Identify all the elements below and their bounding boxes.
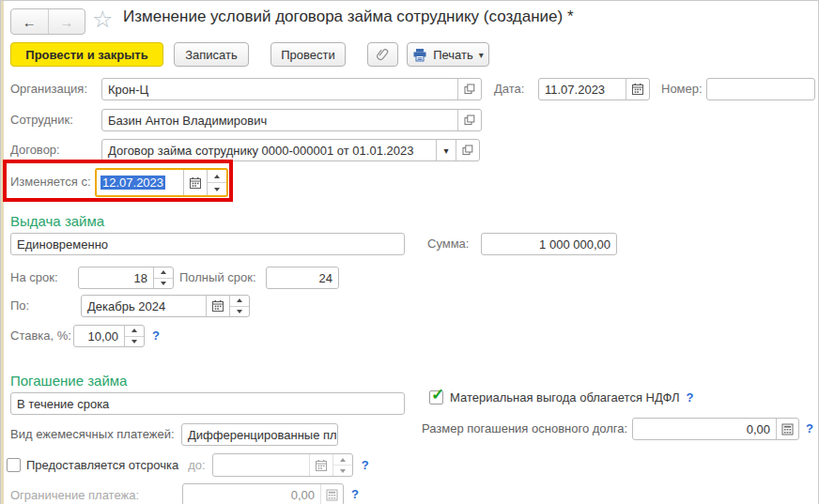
- date-label: Дата:: [494, 78, 524, 100]
- until-field[interactable]: Декабрь 2024: [81, 295, 250, 317]
- full-term-value: 24: [267, 267, 338, 288]
- principal-calculator-button[interactable]: [776, 419, 798, 439]
- calculator-icon: [326, 489, 338, 501]
- calendar-icon: [631, 83, 644, 96]
- attachments-button[interactable]: [367, 42, 398, 67]
- spin-down-icon: [131, 340, 137, 344]
- repayment-method-value: В течение срока: [11, 393, 404, 414]
- until-spinner[interactable]: [229, 296, 249, 316]
- rate-field[interactable]: 10,00: [73, 325, 145, 347]
- term-field[interactable]: 18: [78, 267, 174, 289]
- date-calendar-button[interactable]: [626, 79, 649, 99]
- term-label: На срок:: [10, 267, 58, 289]
- spin-up-icon: [131, 328, 137, 332]
- deferral-label[interactable]: Предоставляется отсрочка: [26, 458, 178, 472]
- principal-value: 0,00: [633, 419, 776, 439]
- payment-limit-calculator-button[interactable]: [320, 484, 343, 504]
- employee-open-button[interactable]: [457, 110, 481, 130]
- payment-limit-help-link[interactable]: ?: [351, 483, 359, 504]
- favorite-star-button[interactable]: ☆: [92, 5, 113, 33]
- calendar-icon: [189, 176, 202, 190]
- change-from-calendar-button[interactable]: [183, 170, 207, 195]
- spin-up-icon: [340, 458, 346, 462]
- material-benefit-checkbox[interactable]: ✓: [429, 390, 443, 405]
- until-label: По:: [10, 295, 29, 317]
- rate-spinner[interactable]: [124, 326, 144, 346]
- org-open-button[interactable]: [457, 79, 481, 99]
- monthly-kind-label: Вид ежемесячных платежей:: [10, 423, 175, 446]
- date-field[interactable]: 11.07.2023: [538, 78, 650, 100]
- until-calendar-button[interactable]: [206, 296, 229, 316]
- until-value: Декабрь 2024: [82, 296, 206, 316]
- change-from-value: 12.07.2023: [97, 170, 183, 195]
- change-from-spinner[interactable]: [207, 170, 226, 195]
- principal-help-link[interactable]: ?: [806, 418, 813, 440]
- spin-up-icon: [161, 270, 166, 274]
- deferral-checkbox[interactable]: [7, 458, 21, 472]
- payment-limit-field[interactable]: 0,00: [182, 483, 344, 504]
- number-field[interactable]: [706, 78, 815, 100]
- contract-dropdown-button[interactable]: ▾: [436, 140, 456, 160]
- monthly-kind-field[interactable]: Дифференцированные пл: [181, 423, 338, 446]
- spin-down-icon: [237, 310, 242, 313]
- contract-field[interactable]: Договор займа сотруднику 0000-000001 от …: [101, 139, 480, 161]
- contract-value: Договор займа сотруднику 0000-000001 от …: [102, 140, 436, 160]
- save-button[interactable]: Записать: [174, 42, 249, 67]
- nav-history-group: ← →: [10, 8, 85, 35]
- date-value: 11.07.2023: [539, 79, 626, 99]
- open-form-icon: [464, 84, 475, 95]
- contract-label: Договор:: [10, 139, 60, 161]
- term-value: 18: [79, 267, 153, 288]
- forward-icon: →: [59, 14, 73, 30]
- window-left-border: [1, 1, 4, 504]
- contract-open-button[interactable]: [456, 140, 479, 160]
- change-from-label: Изменяется с:: [10, 171, 91, 193]
- post-button[interactable]: Провести: [270, 42, 346, 67]
- spin-down-icon: [340, 469, 346, 473]
- material-benefit-row: ✓ Материальная выгода облагается НДФЛ ?: [429, 388, 693, 406]
- repayment-section-title: Погашение займа: [10, 373, 127, 389]
- org-field[interactable]: Крон-Ц: [101, 78, 482, 100]
- amount-field[interactable]: 1 000 000,00: [481, 233, 617, 255]
- material-benefit-help-link[interactable]: ?: [686, 390, 693, 405]
- issue-section-title: Выдача займа: [10, 213, 104, 229]
- calendar-icon: [211, 299, 224, 313]
- rate-help-link[interactable]: ?: [152, 325, 160, 347]
- printer-icon: [412, 48, 427, 62]
- monthly-kind-value: Дифференцированные пл: [182, 424, 337, 445]
- calculator-icon: [781, 423, 794, 435]
- principal-label: Размер погашения основного долга:: [422, 418, 627, 440]
- open-form-icon: [464, 115, 475, 126]
- material-benefit-label[interactable]: Материальная выгода облагается НДФЛ: [450, 390, 679, 405]
- rate-label: Ставка, %:: [10, 325, 71, 347]
- deferral-until-field[interactable]: [212, 453, 353, 477]
- deferral-help-link[interactable]: ?: [362, 458, 369, 472]
- deferral-spinner[interactable]: [332, 454, 352, 476]
- number-label: Номер:: [661, 78, 703, 100]
- employee-field[interactable]: Базин Антон Владимирович: [101, 109, 482, 131]
- deferral-row: Предоставляется отсрочка до: ?: [7, 453, 369, 477]
- amount-label: Сумма:: [427, 233, 469, 255]
- forward-button[interactable]: →: [48, 9, 85, 34]
- amount-value: 1 000 000,00: [482, 234, 616, 254]
- document-window: ← → ☆ Изменение условий договора займа с…: [0, 0, 819, 504]
- issue-method-field[interactable]: Единовременно: [10, 233, 405, 255]
- deferral-calendar-button[interactable]: [309, 454, 332, 476]
- post-and-close-button[interactable]: Провести и закрыть: [10, 42, 163, 67]
- print-button[interactable]: Печать ▾: [407, 42, 489, 67]
- rate-value: 10,00: [74, 326, 124, 346]
- repayment-method-field[interactable]: В течение срока: [10, 392, 405, 415]
- back-button[interactable]: ←: [11, 9, 48, 34]
- chevron-down-icon: ▾: [443, 145, 448, 156]
- back-icon: ←: [23, 14, 37, 30]
- selected-text: 12.07.2023: [100, 176, 165, 190]
- full-term-field[interactable]: 24: [266, 267, 339, 289]
- term-spinner[interactable]: [153, 267, 173, 288]
- payment-limit-value: 0,00: [183, 484, 320, 504]
- spin-down-icon: [161, 282, 166, 285]
- change-from-field[interactable]: 12.07.2023: [95, 168, 228, 197]
- deferral-until-value: [213, 454, 309, 476]
- spin-up-icon: [214, 175, 220, 178]
- print-dropdown-icon: ▾: [479, 50, 484, 60]
- principal-field[interactable]: 0,00: [632, 418, 799, 440]
